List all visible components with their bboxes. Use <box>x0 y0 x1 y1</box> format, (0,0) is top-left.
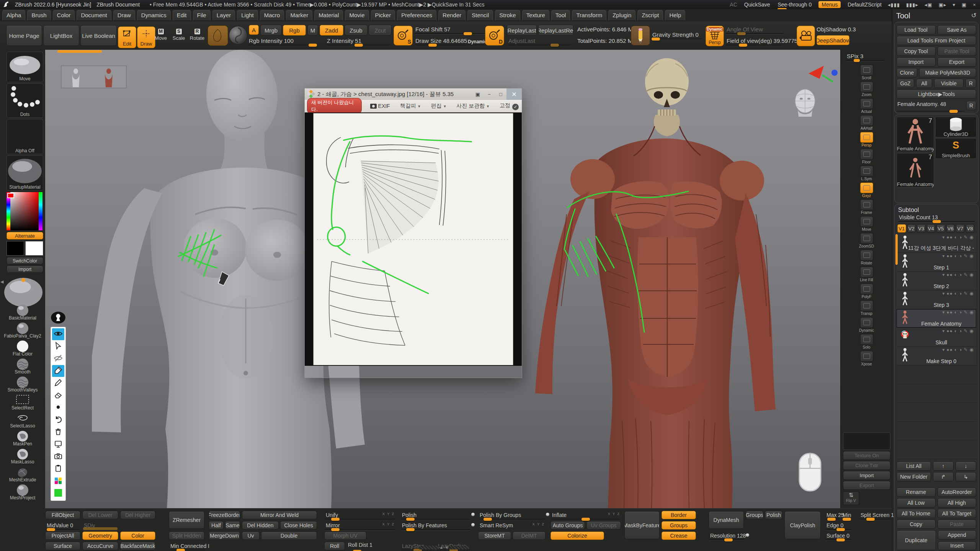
subtool-empty-row[interactable] <box>897 422 976 440</box>
rotate-mode-button[interactable]: RRotate <box>189 28 205 41</box>
mirror-slider[interactable]: MirrorX Y Z <box>325 522 395 528</box>
insert-button[interactable]: Insert <box>938 541 977 551</box>
storemt-button[interactable]: StoreMT <box>478 531 511 540</box>
viewer-exif-button[interactable]: EXIF <box>370 103 390 109</box>
auto-groups-button[interactable]: Auto Groups <box>550 521 585 530</box>
right-shelf-button[interactable]: Line Fill <box>859 267 874 282</box>
uv-button[interactable]: Uv <box>242 531 260 540</box>
move-down-button[interactable]: ↓ <box>956 461 976 471</box>
divider-left-icon[interactable]: ◂▮▮▮ <box>888 2 900 8</box>
texture-on-button[interactable]: Texture On <box>843 451 890 460</box>
gravity-strength-slider[interactable]: Gravity Strength 0 <box>652 31 702 38</box>
annotation-tool[interactable] <box>52 414 64 426</box>
right-shelf-button[interactable]: Rotate <box>859 250 874 265</box>
paste-tool-button[interactable]: Paste Tool <box>938 47 977 56</box>
claypolish-button[interactable]: ClayPolish <box>784 511 821 539</box>
all-to-home-button[interactable]: All To Home <box>897 509 936 518</box>
menus-button[interactable]: Menus <box>818 1 841 8</box>
menu-item[interactable]: Draw <box>113 10 135 21</box>
right-shelf-button[interactable]: Transp <box>859 300 874 316</box>
append-button[interactable]: Append <box>938 530 977 540</box>
move-up-button[interactable]: ↑ <box>933 461 954 471</box>
viewer-pin-toggle[interactable]: 고정✓ <box>500 102 519 110</box>
spix-slider[interactable]: SPix 3 <box>846 53 884 59</box>
tray-right-icon[interactable]: ▣▸ <box>939 2 947 8</box>
secondary-color-swatch[interactable] <box>25 241 43 256</box>
right-shelf-button[interactable]: Dynamic <box>859 317 874 333</box>
all-high-button[interactable]: All High <box>938 498 977 507</box>
paste-button[interactable]: Paste <box>938 520 977 529</box>
cylinder3d-tool[interactable]: Cylinder3D <box>935 117 977 137</box>
gravity-pencil-button[interactable] <box>631 26 650 46</box>
version-tab[interactable]: V5 <box>936 224 945 233</box>
subtool-row[interactable]: ▾●●◐◑✎◉ Step 3 <box>897 290 976 309</box>
freezeborder-button[interactable]: FreezeBorder <box>209 511 240 519</box>
alpha-tab[interactable]: A <box>249 25 259 35</box>
viewer-bookmark-menu[interactable]: 책갈피 ▼ <box>400 103 421 109</box>
annotation-tool[interactable] <box>52 365 64 377</box>
material-item[interactable]: FabioPaiva_Clay2 <box>0 321 45 339</box>
right-shelf-button[interactable]: Floor <box>859 149 874 164</box>
stroke-d-button[interactable]: D <box>485 26 504 46</box>
m-button[interactable]: M <box>307 25 318 36</box>
subtool-row[interactable]: ▾●●◐◑✎◉ Skull <box>897 328 976 347</box>
menu-item[interactable]: Transform <box>572 10 606 21</box>
move-in-button[interactable]: ↳ <box>956 472 976 481</box>
material-item[interactable]: Flat Color <box>0 339 45 357</box>
mirror-and-weld-button[interactable]: Mirror And Weld <box>242 511 317 519</box>
menu-item[interactable]: Stroke <box>495 10 520 21</box>
right-shelf-button[interactable]: Frame <box>859 199 874 215</box>
goz-button[interactable]: GoZ <box>897 79 914 88</box>
switch-color-button[interactable]: SwitchColor <box>7 257 43 264</box>
material-box[interactable]: StartupMaterial <box>7 155 43 191</box>
viewer-image-area[interactable] <box>305 112 522 366</box>
groups-button[interactable]: Groups <box>746 511 763 519</box>
texture-export-button[interactable]: Export <box>843 481 890 490</box>
sdiv-slider[interactable]: SDiv <box>83 522 118 528</box>
alpha-box[interactable]: Alpha Off <box>7 119 43 154</box>
polish-slider[interactable]: Polish <box>401 512 470 518</box>
menu-item[interactable]: Light <box>237 10 258 21</box>
ac-toggle[interactable]: AC <box>730 2 737 8</box>
version-tab[interactable]: V7 <box>956 224 965 233</box>
groups-button[interactable]: Groups <box>662 521 696 530</box>
visible-button[interactable]: Visible <box>934 79 964 88</box>
simplebrush-tool[interactable]: S SimpleBrush <box>935 138 977 159</box>
version-tab[interactable]: V8 <box>966 224 975 233</box>
tray-scrub-bar[interactable]: ▲ ▼ <box>419 545 469 550</box>
quicksave-button[interactable]: QuickSave <box>744 2 770 8</box>
import-button[interactable]: Import <box>897 57 936 67</box>
minimize-icon[interactable]: ▾ <box>953 2 956 8</box>
same-button[interactable]: Same <box>225 521 240 530</box>
viewer-maximize-icon[interactable]: □ <box>495 90 506 98</box>
polish-by-groups-slider[interactable]: Polish By Groups <box>479 512 545 518</box>
material-item[interactable]: MeshProject <box>0 483 45 501</box>
viewer-close-icon[interactable]: ✕ <box>506 88 522 100</box>
surface-button[interactable]: Surface <box>45 542 80 550</box>
split-screen-1-slider[interactable]: Split Screen 1 <box>860 512 890 518</box>
menu-item[interactable]: Tool <box>551 10 570 21</box>
field-of-view-slider[interactable]: Field of view(deg) 39.59775 <box>726 37 783 44</box>
menu-item[interactable]: Macro <box>260 10 284 21</box>
all-button[interactable]: All <box>916 79 932 88</box>
list-all-button[interactable]: List All <box>897 461 931 471</box>
annotation-tool[interactable] <box>52 390 64 401</box>
duplicate-button[interactable]: Duplicate <box>897 530 936 550</box>
subtool-empty-row[interactable] <box>897 440 976 459</box>
edge-0-slider[interactable]: Edge 0 <box>826 522 852 528</box>
subtool-row[interactable]: ▾●●◐◑✎◉ Step 1 <box>897 253 976 272</box>
export-button[interactable]: Export <box>938 57 977 67</box>
roll-dist-1-slider[interactable]: Roll Dist 1 <box>347 542 395 550</box>
right-shelf-button[interactable]: PolyF <box>859 284 874 299</box>
right-shelf-button[interactable]: Actual <box>859 98 874 114</box>
surface-0-slider[interactable]: Surface 0 <box>826 533 852 539</box>
divider-right-icon[interactable]: ▮▮▮▸ <box>906 2 918 8</box>
live-boolean-button[interactable]: Live Boolean <box>80 25 117 46</box>
version-tab[interactable]: V6 <box>946 224 955 233</box>
material-item[interactable]: Smooth <box>0 357 45 375</box>
all-low-button[interactable]: All Low <box>897 498 936 507</box>
annotation-app-icon[interactable] <box>51 311 66 324</box>
material-sphere-thumbnail[interactable] <box>229 26 247 44</box>
main-color-swatch[interactable] <box>7 241 24 256</box>
copy-button[interactable]: Copy <box>897 520 936 529</box>
